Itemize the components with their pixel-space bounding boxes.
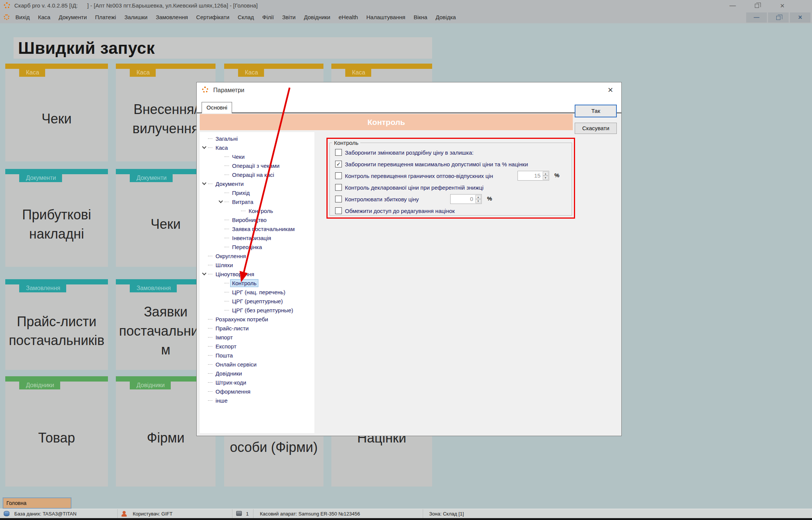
status-segment: Касовий апарат: Samsung ER-350 №123456 xyxy=(253,509,423,518)
tree-item[interactable]: Імпорт xyxy=(200,333,314,342)
tree-item[interactable]: Довідники xyxy=(200,369,314,378)
tree-connector xyxy=(241,211,246,211)
menu-item-15[interactable]: Довідка xyxy=(431,11,460,23)
checkbox[interactable] xyxy=(335,172,342,179)
tree-connector xyxy=(208,337,212,338)
tree-item[interactable]: Контроль xyxy=(200,278,314,287)
tree-item[interactable]: Ціноутворення xyxy=(200,269,314,278)
menu-item-4[interactable]: Платежі xyxy=(91,11,120,23)
menu-item-8[interactable]: Склад xyxy=(234,11,258,23)
status-text: 1 xyxy=(246,509,249,518)
tree-item[interactable]: Інвентаризація xyxy=(200,233,314,242)
checkbox[interactable] xyxy=(335,184,342,191)
tree-item[interactable]: Прихід xyxy=(200,188,314,197)
spinner-up-icon[interactable]: ▲ xyxy=(543,172,548,176)
mdi-minimize-button[interactable]: — xyxy=(746,12,767,23)
checkbox[interactable] xyxy=(335,149,342,156)
mdi-restore-button[interactable] xyxy=(768,12,789,23)
tree-item[interactable]: ЦРГ (рецептурные) xyxy=(200,296,314,306)
tree-item[interactable]: Шляхи xyxy=(200,260,314,269)
tree-item[interactable]: Переоцінка xyxy=(200,242,314,251)
menu-item-3[interactable]: Документи xyxy=(55,11,91,23)
quick-launch-banner: Швидкий запуск xyxy=(14,37,432,59)
spinner-up-icon[interactable]: ▲ xyxy=(475,195,481,199)
tree-item[interactable]: Операції з чеками xyxy=(200,161,314,170)
tile[interactable]: ДокументиПрибуткові накладні xyxy=(5,169,108,267)
tree-item[interactable]: Пошта xyxy=(200,351,314,360)
tree-item[interactable]: Експорт xyxy=(200,342,314,351)
window-restore-button[interactable] xyxy=(746,0,768,11)
dialog-title: Параметри xyxy=(213,82,244,98)
app-logo-icon xyxy=(4,2,10,9)
tree-item-label: Штрих-коди xyxy=(214,379,248,386)
tree-item-label: Виробництво xyxy=(231,216,268,224)
menu-item-11[interactable]: Довідники xyxy=(300,11,334,23)
params-dialog: Параметри × Основні Контроль Так Скасува… xyxy=(196,82,622,436)
menu-item-10[interactable]: Звіти xyxy=(278,11,300,23)
checkbox[interactable] xyxy=(335,207,342,214)
menu-item-13[interactable]: Налаштування xyxy=(362,11,410,23)
tree-item[interactable]: Загальні xyxy=(200,134,314,143)
menu-item-6[interactable]: Замовлення xyxy=(152,11,192,23)
mdi-close-button[interactable]: × xyxy=(790,12,810,23)
tree-item[interactable]: ЦРГ (без рецептурные) xyxy=(200,306,314,315)
tree-item[interactable]: ЦРГ (нац. перечень) xyxy=(200,287,314,296)
tile[interactable]: КасаЧеки xyxy=(5,64,108,161)
cancel-button[interactable]: Скасувати xyxy=(575,123,617,134)
app-logo-icon xyxy=(202,87,208,93)
tile[interactable]: ЗамовленняПрайс-листи постачальників xyxy=(5,279,108,370)
tree-item[interactable]: Операції на касі xyxy=(200,170,314,179)
tree-item[interactable]: Витрата xyxy=(200,197,314,206)
tree-item-label: Онлайн сервіси xyxy=(214,361,258,368)
tree-item[interactable]: Прайс-листи xyxy=(200,324,314,333)
ok-button[interactable]: Так xyxy=(575,105,617,117)
spinner-down-icon[interactable]: ▼ xyxy=(543,176,548,180)
window-minimize-button[interactable]: — xyxy=(722,0,744,11)
window-close-button[interactable]: × xyxy=(771,0,793,11)
checkbox-label: Обмежити доступ до редагування націнок xyxy=(345,208,455,214)
tree-connector xyxy=(208,382,212,383)
menu-item-9[interactable]: Філії xyxy=(258,11,278,23)
tree-item[interactable]: Онлайн сервіси xyxy=(200,360,314,369)
menu-item-2[interactable]: Каса xyxy=(34,11,55,23)
menu-item-7[interactable]: Сертифікати xyxy=(192,11,234,23)
tab-osnovni[interactable]: Основні xyxy=(202,102,232,113)
tree-item[interactable]: Штрих-коди xyxy=(200,378,314,387)
dialog-close-button[interactable]: × xyxy=(604,82,617,98)
checkbox-label: Контроль перевищення граничних оптово-ві… xyxy=(345,173,493,179)
tree-item-label: Операції з чеками xyxy=(231,162,281,169)
tree-connector xyxy=(225,283,229,283)
status-text: Касовий апарат: Samsung ER-350 №123456 xyxy=(260,509,360,518)
tree-item[interactable]: Виробництво xyxy=(200,215,314,224)
tree-item[interactable]: Документи xyxy=(200,179,314,188)
tree-item[interactable]: Округлення xyxy=(200,251,314,260)
tree-connector xyxy=(225,310,229,310)
tree-item-label: Пошта xyxy=(214,352,234,359)
spinner-input[interactable]: 15▲▼ xyxy=(518,171,549,181)
tile-category: Каса xyxy=(19,69,45,77)
spinner-down-icon[interactable]: ▼ xyxy=(475,199,481,203)
menu-item-1[interactable]: Вихід xyxy=(11,11,34,23)
tile-category-bar xyxy=(5,64,108,69)
checkbox[interactable] xyxy=(335,196,342,202)
tree-item[interactable]: Каса xyxy=(200,143,314,152)
tree-item[interactable]: інше xyxy=(200,396,314,405)
tile[interactable]: ДовідникиТовар xyxy=(5,376,108,487)
tree-item[interactable]: Заявка постачальникам xyxy=(200,224,314,233)
checkbox[interactable]: ✓ xyxy=(335,161,342,167)
menu-item-14[interactable]: Вікна xyxy=(410,11,432,23)
menu-item-5[interactable]: Залишки xyxy=(120,11,152,23)
tree-connector xyxy=(208,274,212,274)
tree-item-label: Переоцінка xyxy=(231,243,264,251)
tree-item[interactable]: Розрахунок потреби xyxy=(200,315,314,324)
tree-item[interactable]: Чеки xyxy=(200,152,314,161)
checkbox-label: Контролювати збиткову ціну xyxy=(345,196,419,202)
tree-item[interactable]: Оформлення xyxy=(200,387,314,396)
checkbox-label: Заборонити змінювати роздрібну ціну в за… xyxy=(345,149,474,156)
spinner-input[interactable]: 0▲▼ xyxy=(450,194,482,204)
tile-category: Каса xyxy=(238,69,264,77)
tree-connector xyxy=(225,166,229,166)
home-tab[interactable]: Головна xyxy=(3,497,71,509)
tree-item[interactable]: Контроль xyxy=(200,206,314,215)
menu-item-12[interactable]: eHealth xyxy=(334,11,362,23)
